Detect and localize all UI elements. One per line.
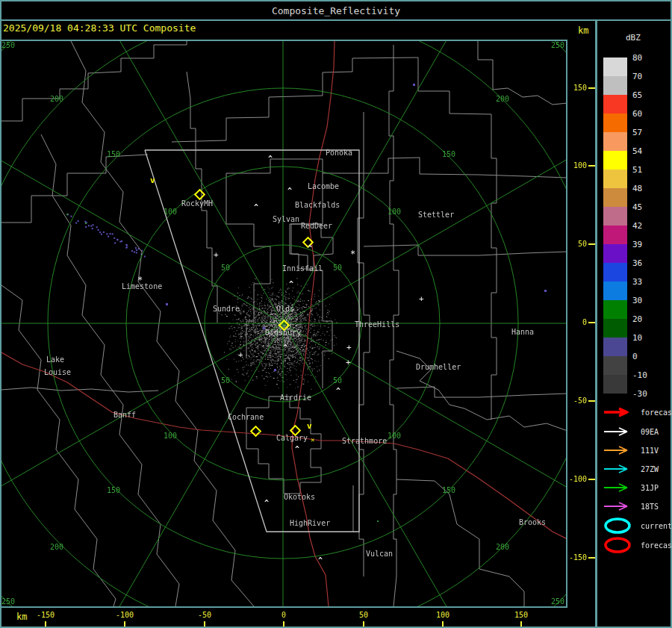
legend-arrow-icon bbox=[602, 459, 635, 479]
bottom-axis-tick-mark bbox=[442, 621, 444, 627]
weak-echo-dot bbox=[263, 327, 265, 329]
right-axis-unit-label: km bbox=[578, 25, 588, 36]
colorbar-swatch bbox=[603, 57, 627, 76]
range-ring-label: 250 bbox=[1, 42, 15, 49]
bottom-axis-tick-mark bbox=[363, 621, 364, 627]
window-title: Composite_Reflectivity bbox=[0, 1, 672, 19]
colorbar-value-label: -30 bbox=[632, 390, 647, 398]
colorbar-value-label: 30 bbox=[632, 296, 642, 305]
city-label-drumheller: Drumheller bbox=[416, 364, 461, 371]
colorbar-swatch bbox=[603, 76, 627, 95]
colorbar-value-label: 36 bbox=[632, 259, 642, 267]
right-axis-tick-mark bbox=[588, 400, 595, 402]
summit-caret-icon: ^ bbox=[287, 188, 292, 194]
right-axis-tick-label: -150 bbox=[561, 554, 587, 562]
colorbar-value-label: 60 bbox=[632, 110, 642, 118]
range-ring-label: 250 bbox=[551, 598, 564, 605]
legend-item-31JP: 31JP bbox=[602, 478, 659, 497]
range-ring-label: 250 bbox=[1, 598, 15, 605]
right-axis-tick-mark bbox=[588, 165, 595, 167]
colorbar-swatch bbox=[603, 95, 627, 114]
city-label-vulcan: Vulcan bbox=[366, 550, 393, 558]
radar-app-window: Composite_Reflectivity 2025/09/18 04:28:… bbox=[0, 0, 672, 628]
legend-arrow-icon bbox=[602, 422, 635, 441]
bottom-axis-tick-label: -100 bbox=[116, 612, 134, 619]
bottom-axis-tick-mark bbox=[520, 621, 522, 627]
city-label-rockymh: RockyMH bbox=[181, 200, 213, 208]
summit-caret-icon: ^ bbox=[264, 500, 269, 506]
city-label-calgary: Calgary bbox=[276, 435, 308, 442]
plus-marker-icon: + bbox=[346, 360, 351, 366]
range-ring-label: 50 bbox=[221, 264, 230, 271]
legend-item-label: forecast bbox=[641, 408, 672, 417]
right-axis-tick-label: -50 bbox=[561, 397, 587, 405]
colorbar-title: dBZ bbox=[626, 33, 641, 43]
range-ring-label: 200 bbox=[50, 96, 63, 102]
summit-caret-icon: ^ bbox=[295, 447, 299, 453]
radar-map[interactable]: PonokaLacombeBlackfaldsSylvanRedDeerStet… bbox=[0, 40, 567, 608]
colorbar-value-label: 51 bbox=[632, 166, 642, 174]
colorbar-swatch bbox=[603, 319, 627, 338]
city-label-sundre: Sundre bbox=[213, 305, 240, 313]
city-label-innisfail: Innisfail bbox=[282, 265, 323, 273]
plus-marker-icon: + bbox=[419, 296, 424, 302]
right-axis-tick-label: 0 bbox=[561, 319, 587, 326]
star-marker-icon: * bbox=[137, 277, 143, 283]
legend-item-111V: 111V bbox=[602, 441, 659, 460]
timestamp-text: 2025/09/18 04:28:33 UTC Composite bbox=[3, 22, 196, 34]
summit-caret-icon: ^ bbox=[283, 345, 287, 351]
legend-item-forecast: forecast bbox=[602, 535, 672, 555]
colorbar-value-label: 80 bbox=[632, 54, 642, 62]
right-axis-tick-label: 150 bbox=[561, 84, 587, 92]
weak-echo-dot bbox=[544, 290, 547, 292]
city-label-ponoka: Ponoka bbox=[326, 149, 352, 157]
colorbar-swatch bbox=[603, 226, 627, 244]
summit-caret-icon: ^ bbox=[308, 246, 312, 252]
colorbar-swatch bbox=[603, 244, 627, 263]
legend-item-09EA: 09EA bbox=[602, 422, 659, 441]
range-ring-label: 200 bbox=[496, 96, 509, 102]
legend-item-forecast: forecast bbox=[602, 402, 672, 422]
legend-item-27ZW: 27ZW bbox=[602, 459, 659, 479]
city-label-okotoks: Okotoks bbox=[284, 494, 315, 501]
colorbar-value-label: 70 bbox=[632, 72, 642, 81]
summit-caret-icon: ^ bbox=[289, 282, 293, 287]
range-ring-label: 150 bbox=[442, 151, 455, 158]
colorbar-value-label: 57 bbox=[632, 128, 642, 137]
echo-dot bbox=[377, 520, 379, 522]
right-axis-tick-mark bbox=[588, 243, 595, 245]
bottom-axis-tick-mark bbox=[204, 621, 205, 627]
colorbar-swatch bbox=[603, 207, 627, 226]
colorbar-value-label: 20 bbox=[632, 315, 642, 323]
star-marker-icon: * bbox=[350, 251, 355, 257]
summit-caret-icon: ^ bbox=[254, 205, 258, 211]
city-label-louise: Louise bbox=[44, 369, 71, 376]
bottom-axis-tick-label: -150 bbox=[37, 612, 55, 619]
right-axis-tick-mark bbox=[588, 87, 595, 89]
city-label-threehills: ThreeHills bbox=[355, 321, 399, 329]
city-label-brooks: Brooks bbox=[519, 519, 546, 526]
city-label-sylvan: Sylvan bbox=[273, 216, 299, 223]
bottom-axis-tick-mark bbox=[283, 621, 284, 627]
colorbar-value-label: 33 bbox=[632, 278, 642, 286]
right-axis-tick-mark bbox=[588, 322, 595, 323]
legend-item-label: 27ZW bbox=[641, 465, 659, 473]
range-ring-label: 200 bbox=[496, 544, 509, 550]
weak-echo-dot bbox=[274, 369, 276, 371]
vee-marker-icon: v bbox=[307, 423, 312, 429]
legend-item-label: 31JP bbox=[641, 484, 659, 492]
range-ring-label: 100 bbox=[388, 432, 401, 439]
echo-dot bbox=[258, 431, 260, 432]
city-label-stettler: Stettler bbox=[418, 211, 454, 219]
legend-item-current: current bbox=[602, 516, 672, 535]
colorbar-value-label: 39 bbox=[632, 240, 642, 249]
legend-arrow-icon bbox=[602, 441, 635, 460]
legend-arrow-icon bbox=[602, 497, 635, 516]
city-label-reddeer: RedDeer bbox=[301, 223, 332, 230]
range-ring-label: 150 bbox=[107, 487, 120, 494]
colorbar-swatch bbox=[603, 356, 627, 375]
city-label-blackfalds: Blackfalds bbox=[295, 202, 340, 209]
legend-item-label: 09EA bbox=[641, 428, 659, 436]
legend-item-label: 111V bbox=[641, 447, 659, 455]
vee-marker-icon: v bbox=[150, 178, 155, 184]
